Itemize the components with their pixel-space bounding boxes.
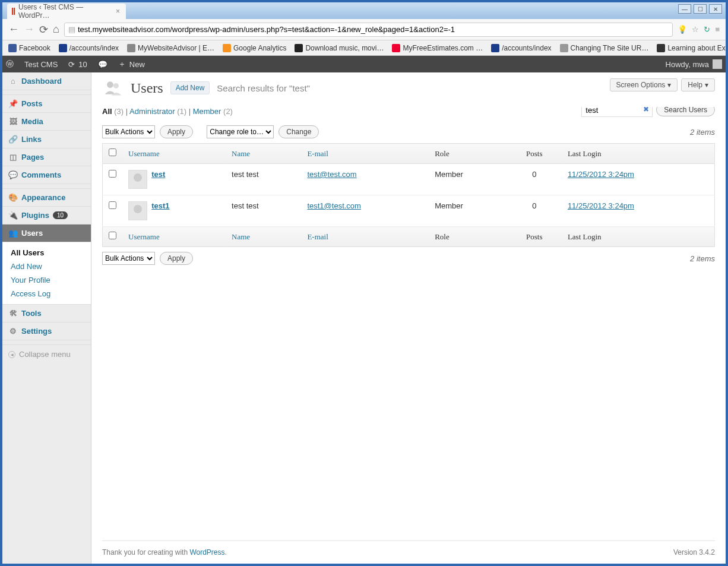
collapse-icon: ◂	[8, 351, 15, 358]
email-link[interactable]: test@test.com	[307, 170, 356, 179]
apply-button-top[interactable]: Apply	[160, 125, 193, 138]
bookmark-item[interactable]: Changing The Site UR…	[560, 44, 649, 52]
new-content-button[interactable]: ＋ New	[118, 59, 145, 69]
lightbulb-icon[interactable]: 💡	[678, 25, 687, 34]
bulk-actions-select-top[interactable]: Bulk Actions	[102, 125, 155, 138]
submenu-add-new[interactable]: Add New	[2, 260, 91, 273]
browser-toolbar: ← → ⟳ ⌂ ▤ 💡 ☆ ↻ ≡	[2, 19, 726, 40]
menu-icon[interactable]: ≡	[715, 25, 720, 34]
sidebar-item-dashboard[interactable]: ⌂Dashboard	[2, 72, 91, 90]
col-email[interactable]: E-mail	[301, 227, 429, 247]
email-link[interactable]: test1@test.com	[307, 201, 361, 210]
version-text: Version 3.4.2	[673, 548, 715, 556]
dashboard-icon: ⌂	[8, 77, 18, 86]
sidebar-item-posts[interactable]: 📌Posts	[2, 95, 91, 113]
sidebar-item-plugins[interactable]: 🔌Plugins 10	[2, 207, 91, 224]
sidebar-item-tools[interactable]: 🛠Tools	[2, 305, 91, 322]
lastlogin-link[interactable]: 11/25/2012 3:24pm	[568, 170, 634, 179]
apply-button-bottom[interactable]: Apply	[160, 252, 193, 265]
plugins-badge: 10	[53, 211, 68, 219]
filter-all[interactable]: All	[102, 107, 112, 116]
bookmark-item[interactable]: Facebook	[8, 44, 50, 52]
browser-tab[interactable]: Users ‹ Test CMS — WordPr… ×	[7, 4, 126, 19]
clear-search-icon[interactable]: ✖	[643, 107, 649, 113]
filter-admin[interactable]: Administrator	[129, 107, 175, 116]
user-search-input[interactable]	[581, 107, 653, 117]
change-role-select[interactable]: Change role to…	[207, 125, 274, 138]
sidebar-item-links[interactable]: 🔗Links	[2, 131, 91, 148]
bookmark-item[interactable]: /accounts/index	[59, 44, 119, 52]
window-minimize-button[interactable]: —	[678, 4, 691, 14]
comments-button[interactable]: 💬	[98, 60, 107, 69]
row-checkbox[interactable]	[109, 170, 116, 178]
bookmark-item[interactable]: MyWebsiteAdvisor | E…	[127, 44, 214, 52]
sidebar-item-media[interactable]: 🖼Media	[2, 113, 91, 131]
avatar	[128, 201, 147, 220]
window-maximize-button[interactable]: ☐	[694, 4, 707, 14]
bookmark-item[interactable]: Google Analytics	[223, 44, 286, 52]
username-link[interactable]: test	[151, 170, 165, 179]
url-input[interactable]	[78, 25, 669, 34]
cell-name: test test	[226, 195, 301, 227]
plugin-icon: 🔌	[8, 211, 18, 220]
submenu-all-users[interactable]: All Users	[2, 246, 91, 260]
select-all-checkbox-top[interactable]	[109, 148, 116, 156]
sidebar-item-pages[interactable]: ◫Pages	[2, 148, 91, 166]
extension-icon[interactable]: ↻	[704, 25, 710, 34]
row-checkbox[interactable]	[109, 201, 116, 209]
address-bar[interactable]: ▤	[64, 23, 673, 37]
bookmark-item[interactable]: MyFreeEstimates.com …	[392, 44, 483, 52]
filter-member[interactable]: Member	[193, 107, 221, 116]
sidebar-item-users[interactable]: 👥Users	[2, 224, 91, 242]
howdy-user[interactable]: Howdy, mwa	[666, 59, 722, 69]
wp-admin-bar: ⓦ Test CMS ⟳ 10 💬 ＋ New Howdy, mwa	[2, 56, 726, 72]
site-name-button[interactable]: Test CMS	[24, 60, 58, 69]
page-icon: ▤	[68, 25, 75, 34]
star-icon[interactable]: ☆	[692, 25, 699, 34]
reload-icon[interactable]: ⟳	[39, 23, 48, 36]
sidebar-item-comments[interactable]: 💬Comments	[2, 166, 91, 184]
select-all-checkbox-bottom[interactable]	[109, 232, 116, 239]
lastlogin-link[interactable]: 11/25/2012 3:24pm	[568, 201, 634, 210]
page-title: Users	[131, 80, 163, 96]
change-role-button[interactable]: Change	[278, 125, 319, 138]
sidebar-item-appearance[interactable]: 🎨Appearance	[2, 189, 91, 207]
add-new-user-button[interactable]: Add New	[170, 81, 210, 94]
search-users-button[interactable]: Search Users	[656, 107, 715, 116]
window-close-button[interactable]: ✕	[709, 4, 722, 14]
bookmark-item[interactable]: Download music, movi…	[295, 44, 384, 52]
submenu-your-profile[interactable]: Your Profile	[2, 273, 91, 287]
nav-back-icon[interactable]: ←	[8, 23, 19, 36]
bookmark-item[interactable]: /accounts/index	[491, 44, 551, 52]
username-link[interactable]: test1	[151, 201, 169, 210]
item-count-top: 2 items	[690, 128, 715, 137]
col-email[interactable]: E-mail	[301, 144, 429, 164]
col-name[interactable]: Name	[226, 144, 301, 164]
tab-close-icon[interactable]: ×	[116, 7, 120, 15]
col-posts[interactable]: Posts	[507, 144, 562, 164]
users-icon: 👥	[8, 229, 18, 238]
users-table: Username Name E-mail Role Posts Last Log…	[102, 143, 715, 247]
settings-icon: ⚙	[8, 327, 18, 336]
home-icon[interactable]: ⌂	[53, 23, 59, 36]
col-posts[interactable]: Posts	[507, 227, 562, 247]
col-username[interactable]: Username	[122, 227, 226, 247]
col-username[interactable]: Username	[122, 144, 226, 164]
pushpin-icon: 📌	[8, 99, 18, 108]
wp-logo-button[interactable]: ⓦ	[6, 59, 14, 69]
pages-icon: ◫	[8, 153, 18, 162]
item-count-bottom: 2 items	[690, 254, 715, 263]
wordpress-link[interactable]: WordPress	[189, 548, 224, 556]
submenu-access-log[interactable]: Access Log	[2, 287, 91, 301]
bulk-actions-select-bottom[interactable]: Bulk Actions	[102, 252, 155, 265]
tablenav-bottom: Bulk Actions Apply 2 items	[102, 252, 715, 265]
col-name[interactable]: Name	[226, 227, 301, 247]
sidebar-item-settings[interactable]: ⚙Settings	[2, 322, 91, 340]
cell-posts: 0	[507, 164, 562, 195]
collapse-menu-button[interactable]: ◂ Collapse menu	[2, 345, 91, 363]
comments-icon: 💬	[8, 170, 18, 179]
updates-button[interactable]: ⟳ 10	[68, 60, 87, 69]
search-subtitle: Search results for "test"	[217, 83, 310, 93]
bookmark-item[interactable]: Learning about Expos…	[657, 44, 726, 52]
svg-point-1	[113, 83, 119, 88]
